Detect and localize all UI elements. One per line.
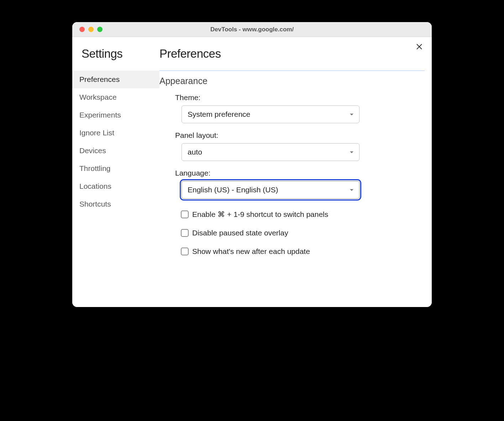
scroll-area[interactable]: Appearance Theme: System preference Pane… [159, 71, 425, 298]
svg-marker-4 [350, 189, 353, 191]
checkbox-row-enable-shortcut: Enable ⌘ + 1-9 shortcut to switch panels [159, 210, 425, 219]
sidebar-title: Settings [72, 47, 159, 61]
section-title-appearance: Appearance [159, 76, 425, 86]
theme-select[interactable]: System preference [182, 105, 359, 123]
window-body: Settings Preferences Workspace Experimen… [72, 37, 432, 307]
chevron-down-icon [349, 187, 354, 192]
content: Preferences Appearance Theme: System pre… [159, 37, 432, 307]
sidebar-item-shortcuts[interactable]: Shortcuts [72, 195, 159, 213]
sidebar-item-label: Experiments [79, 111, 121, 119]
sidebar-item-label: Ignore List [79, 129, 114, 137]
window-maximize-button[interactable] [97, 27, 103, 32]
theme-label: Theme: [175, 93, 425, 102]
sidebar-item-label: Devices [79, 146, 106, 155]
sidebar-item-ignore-list[interactable]: Ignore List [72, 124, 159, 142]
window-title: DevTools - www.google.com/ [72, 26, 432, 33]
sidebar-item-devices[interactable]: Devices [72, 142, 159, 160]
chevron-down-icon [349, 112, 354, 117]
sidebar-item-label: Workspace [79, 93, 117, 101]
enable-shortcut-label: Enable ⌘ + 1-9 shortcut to switch panels [192, 210, 328, 219]
window-minimize-button[interactable] [88, 27, 94, 32]
field-panel-layout: Panel layout: auto [159, 131, 425, 161]
titlebar: DevTools - www.google.com/ [72, 22, 432, 37]
app-window: DevTools - www.google.com/ Settings Pref… [72, 22, 432, 307]
whats-new-checkbox[interactable] [181, 248, 189, 255]
panel-layout-select-value: auto [188, 148, 202, 156]
field-theme: Theme: System preference [159, 93, 425, 123]
language-select-value: English (US) - English (US) [188, 186, 278, 194]
page-title: Preferences [159, 47, 425, 61]
checkbox-row-disable-overlay: Disable paused state overlay [159, 229, 425, 237]
disable-overlay-checkbox[interactable] [181, 229, 189, 237]
enable-shortcut-checkbox[interactable] [181, 210, 189, 218]
svg-marker-2 [350, 114, 353, 115]
sidebar-item-preferences[interactable]: Preferences [72, 71, 159, 88]
sidebar-item-label: Throttling [79, 164, 111, 172]
disable-overlay-label: Disable paused state overlay [192, 229, 288, 237]
sidebar-item-label: Shortcuts [79, 200, 111, 208]
svg-marker-3 [350, 151, 353, 153]
sidebar: Settings Preferences Workspace Experimen… [72, 37, 159, 307]
field-language: Language: English (US) - English (US) [159, 169, 425, 199]
panel-layout-label: Panel layout: [175, 131, 425, 140]
checkbox-row-whats-new: Show what's new after each update [159, 247, 425, 256]
sidebar-item-label: Preferences [79, 75, 120, 83]
sidebar-item-workspace[interactable]: Workspace [72, 88, 159, 106]
traffic-lights [72, 27, 103, 32]
sidebar-item-label: Locations [79, 182, 111, 190]
language-label: Language: [175, 169, 425, 177]
whats-new-label: Show what's new after each update [192, 247, 310, 256]
theme-select-value: System preference [188, 110, 250, 119]
sidebar-item-throttling[interactable]: Throttling [72, 160, 159, 177]
sidebar-item-experiments[interactable]: Experiments [72, 106, 159, 124]
panel-layout-select[interactable]: auto [182, 143, 359, 161]
chevron-down-icon [349, 150, 354, 155]
sidebar-item-locations[interactable]: Locations [72, 177, 159, 195]
window-close-button[interactable] [79, 27, 85, 32]
language-select[interactable]: English (US) - English (US) [182, 181, 359, 199]
